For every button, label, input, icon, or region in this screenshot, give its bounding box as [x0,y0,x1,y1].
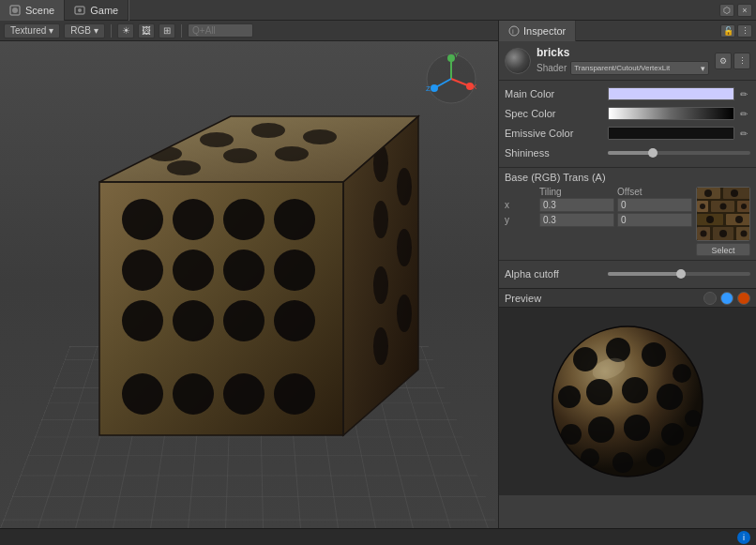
inspector-lock-btn[interactable]: 🔓 [720,24,735,38]
material-settings-btn[interactable]: ⚙ [715,53,732,69]
select-btn[interactable]: Select [696,243,750,256]
emissive-color-eyedropper[interactable]: ✏ [737,127,750,140]
svg-text:Z: Z [426,84,431,93]
spec-color-eyedropper[interactable]: ✏ [737,107,750,120]
tab-scene-label: Scene [25,5,54,16]
preview-sphere-svg [534,308,721,495]
properties-section: Main Color ✏ Spec Color ✏ Emis [499,81,756,168]
svg-point-30 [735,216,743,223]
svg-point-3 [78,8,82,12]
svg-point-38 [642,342,666,367]
svg-point-25 [731,189,738,197]
hole-right [397,229,412,266]
offset-header: Offset [617,187,692,197]
svg-text:X: X [472,83,477,91]
tab-game[interactable]: Game [65,0,129,21]
emissive-color-swatch[interactable] [608,127,734,140]
tiling-y-input[interactable] [539,213,614,227]
tab-game-label: Game [90,5,118,16]
alpha-cutoff-label: Alpha cutoff [505,268,608,280]
tiling-x-input[interactable] [539,198,614,212]
hole-top [275,146,309,161]
tab-close-btn[interactable]: × [737,4,752,17]
svg-point-43 [657,384,683,410]
hole [122,199,163,240]
texture-header: Base (RGB) Trans (A) [505,172,750,183]
material-more-btn[interactable]: ⋮ [733,53,750,69]
cube-svg [71,98,428,473]
hole-right [373,201,388,238]
tab-scene[interactable]: Scene [0,0,65,21]
svg-point-31 [701,231,707,237]
hole-top [251,123,285,138]
inspector-tab-label: Inspector [523,25,566,37]
color-mode-btn[interactable]: RGB ▾ [64,23,105,38]
preview-circle-off-btn[interactable] [703,292,717,305]
hole-top [223,148,257,163]
hole [274,373,315,415]
shininess-thumb[interactable] [648,148,658,158]
main-color-row: Main Color ✏ [505,84,750,103]
svg-point-47 [624,415,650,441]
status-bar: i [0,528,756,545]
texture-section: Base (RGB) Trans (A) Tiling Offset x y [499,168,756,260]
main-color-swatch[interactable] [608,87,734,100]
scene-search[interactable] [188,23,253,38]
shading-mode-btn[interactable]: Textured ▾ [4,23,60,38]
shader-dropdown[interactable]: Transparent/Cutout/VertexLit ▾ [570,61,709,75]
svg-point-49 [581,448,599,467]
svg-point-39 [673,364,691,383]
image-icon-btn[interactable]: 🖼 [138,23,155,38]
texture-thumbnail[interactable] [696,187,750,241]
svg-point-26 [700,204,705,209]
inspector-tab-bar: i Inspector 🔓 ⋮ [499,21,756,41]
game-icon [74,5,85,16]
alpha-cutoff-slider[interactable] [608,267,750,280]
hole-right [397,295,412,332]
svg-point-29 [706,216,714,223]
info-icon[interactable]: i [737,531,750,544]
spec-color-swatch[interactable] [608,107,734,120]
texture-left: Tiling Offset x y [505,187,692,256]
preview-solid-btn[interactable] [737,292,750,305]
svg-point-40 [558,386,581,408]
emissive-color-value: ✏ [608,127,750,140]
hole-top [200,132,234,147]
hole [173,300,214,341]
tab-controls: ⬡ × [716,0,756,20]
material-name: bricks [537,46,709,59]
alpha-cutoff-thumb[interactable] [676,269,686,279]
svg-point-46 [588,416,614,443]
shininess-slider[interactable] [608,146,750,159]
scene-background: Y X Z [0,41,498,528]
preview-dot-btn[interactable] [720,292,733,305]
inspector-panel: i Inspector 🔓 ⋮ bricks Shader Trans [498,21,756,528]
hole [122,373,163,415]
viewport-area: Textured ▾ RGB ▾ ☀ 🖼 ⊞ [0,21,498,528]
hole-top [167,160,201,175]
offset-y-input[interactable] [617,213,692,227]
tab-spacer [129,0,716,20]
hole [223,250,265,291]
hole [173,250,214,291]
cube-scene [0,41,498,528]
material-icon [505,48,531,74]
tiling-header: Tiling [539,187,614,197]
hole [274,250,315,291]
fx-icon-btn[interactable]: ⊞ [159,23,175,38]
alpha-cutoff-fill [608,272,679,276]
hole [173,199,214,240]
texture-row: Tiling Offset x y [505,187,750,256]
tab-maximize-btn[interactable]: ⬡ [719,4,734,17]
texture-svg [697,188,750,241]
inspector-menu-btn[interactable]: ⋮ [737,24,752,38]
main-color-eyedropper[interactable]: ✏ [737,87,750,100]
svg-text:Y: Y [454,51,460,59]
alpha-cutoff-row: Alpha cutoff [505,265,750,283]
hole [223,373,265,415]
hole [122,250,163,291]
shininess-fill [608,151,651,155]
sun-icon-btn[interactable]: ☀ [117,23,134,38]
offset-x-input[interactable] [617,198,692,212]
tab-inspector[interactable]: i Inspector [499,21,576,41]
